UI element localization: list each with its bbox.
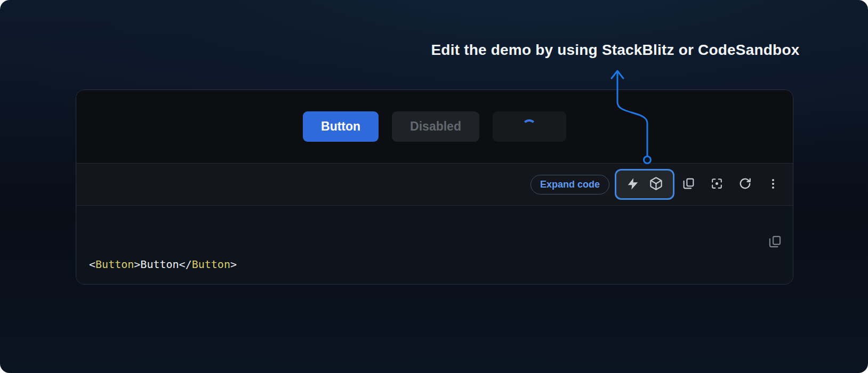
code-token: Button [192,258,230,271]
codesandbox-box-icon [649,176,663,192]
code-token: Button [95,258,134,271]
refresh-icon [738,177,752,192]
kebab-menu-icon [767,177,779,192]
copy-icon [682,177,695,192]
demo-card: Button Disabled Expand code [76,90,793,285]
demo-disabled-button[interactable]: Disabled [392,111,479,142]
code-token: > [230,258,237,271]
code-token: > [134,258,140,271]
code-token: < [89,258,95,271]
copy-icon [748,242,782,258]
code-token: </ [179,258,192,271]
demo-preview-area: Button Disabled [76,90,793,163]
codesandbox-button[interactable] [649,176,663,192]
copy-snippet-button[interactable] [748,218,782,266]
demo-loading-button[interactable] [493,111,566,142]
more-options-button[interactable] [767,177,779,192]
toolbar-icon-row [682,177,779,192]
loading-spinner-icon [522,119,536,134]
code-line: <Button>Button</Button> [89,256,780,273]
copy-code-button[interactable] [682,177,695,192]
sandbox-buttons-group [615,169,674,200]
expand-code-button[interactable]: Expand code [531,175,609,194]
focus-view-button[interactable] [710,177,724,192]
demo-primary-button[interactable]: Button [303,111,379,142]
stackblitz-button[interactable] [626,177,640,192]
stackblitz-bolt-icon [626,177,640,192]
code-token: Button [140,258,179,271]
focus-view-icon [710,177,724,192]
demo-toolbar: Expand code [76,163,793,206]
screenshot-background: Edit the demo by using StackBlitz or Cod… [0,0,868,373]
code-block: <Button>Button</Button> <Button disabled… [76,206,793,285]
annotation-title: Edit the demo by using StackBlitz or Cod… [431,42,799,59]
refresh-button[interactable] [738,177,752,192]
